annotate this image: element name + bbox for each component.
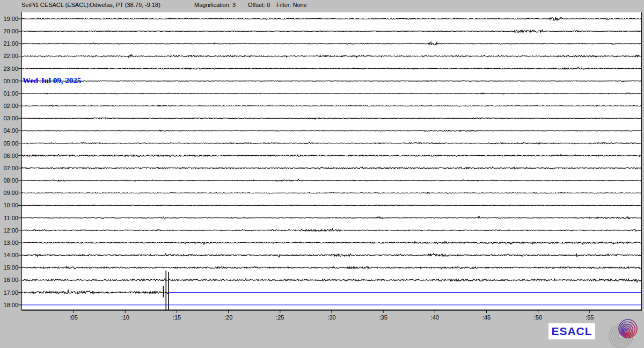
date-label: Wed Jul 09, 2025 [23,76,81,85]
hour-label: 08:00 [0,177,18,184]
minute-label: :35 [372,314,394,321]
minute-label: :50 [528,314,549,321]
minute-label: :55 [579,314,601,321]
hour-label: 09:00 [0,190,18,196]
seismic-spiral-icon [604,318,644,348]
hour-label: 17:00 [0,289,18,296]
minute-label: :40 [424,314,445,321]
hour-label: 05:00 [0,140,18,147]
hour-label: 23:00 [0,66,18,72]
hour-label: 20:00 [0,28,18,34]
minute-label: :30 [321,314,342,321]
hour-label: 18:00 [0,302,18,308]
hour-label: 02:00 [0,103,18,109]
minute-label: :45 [476,314,497,321]
hour-label: 01:00 [0,90,18,97]
hour-label: 11:00 [0,215,18,221]
esacl-logo-box: ESACL [548,323,595,339]
hour-label: 22:00 [0,53,18,59]
helicorder-plot [0,0,644,348]
hour-label: 00:00 [0,78,18,84]
hour-label: 03:00 [0,115,18,121]
minute-label: :25 [269,314,291,321]
hour-label: 07:00 [0,165,18,171]
hour-label: 10:00 [0,202,18,208]
helicorder-app: SeiPi1 CESACL (ESACL): Odivelas, PT (38.… [0,0,644,348]
minute-label: :10 [114,314,136,321]
minute-label: :15 [166,314,188,321]
hour-label: 19:00 [0,16,18,22]
hour-label: 14:00 [0,252,18,258]
hour-label: 15:00 [0,264,18,271]
hour-label: 21:00 [0,40,18,47]
minute-label: :20 [218,314,239,321]
hour-label: 06:00 [0,153,18,159]
hour-label: 12:00 [0,227,18,234]
minute-label: :05 [63,314,84,321]
esacl-logo-text: ESACL [551,325,592,338]
hour-label: 04:00 [0,127,18,134]
hour-label: 13:00 [0,240,18,246]
hour-label: 16:00 [0,277,18,283]
